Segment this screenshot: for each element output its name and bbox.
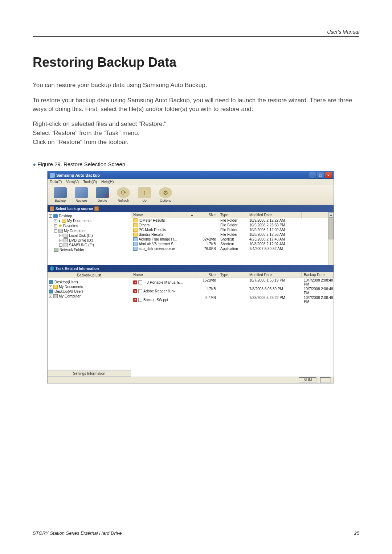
info-icon: i [50,266,54,271]
item-icon [133,228,138,232]
para-1: You can restore your backup data using S… [33,81,359,90]
backed-mycomputer[interactable]: My Computer [59,294,81,298]
expand-icon[interactable]: + [49,295,52,298]
item-icon [133,237,138,241]
footer: STORY Station Series External Hard Drive… [33,528,359,536]
folder-indicator-icon [94,206,99,211]
up-button[interactable]: Up [135,187,154,202]
expand-icon[interactable]: + [59,243,62,247]
col-type[interactable]: Type [218,272,247,278]
refresh-button[interactable]: Refresh [114,187,132,202]
list-item[interactable]: ×Backup SW.ppt8.4MB7/23/2008 5:23:22 PM1… [131,295,334,304]
expand-icon[interactable]: + [49,214,52,218]
status-num: NUM [299,377,317,383]
list-item[interactable]: ×→J Portable Manual E...162Byte10/7/2008… [131,278,334,287]
section-icon [50,206,54,211]
x-icon: × [133,280,137,284]
expand-icon[interactable]: + [54,224,57,227]
list-item[interactable]: PC-Mark ResultsFile Folder10/9/2008 2:12… [131,227,334,232]
scroll-thumb[interactable] [328,218,334,239]
header-right: User's Manual [33,29,359,37]
list-item[interactable]: ×Adobe Reader 8.lnk1.7KB7/8/2008 8:05:39… [131,287,334,295]
tree-localdisk[interactable]: Local Disk (C:) [69,234,93,238]
tree-network[interactable]: Network Folder [60,248,84,252]
backed-tree[interactable]: Desktop(User) +My Documents Desktop(All … [48,278,131,370]
restore-icon [75,187,88,198]
desktop-icon [49,290,53,294]
section-label: Select backup source [56,207,93,211]
expand-icon[interactable]: + [59,234,62,237]
source-tree[interactable]: +Desktop +●My Documents +★Favorites −My … [48,212,131,265]
list-item[interactable]: Sandra ResultsFile Folder10/8/2008 2:12:… [131,232,334,237]
tree-favorites[interactable]: Favorites [63,224,78,228]
backed-up-tab[interactable]: Backed-up List [48,272,131,278]
close-button[interactable]: × [325,172,332,178]
x-icon: × [133,298,137,302]
maximize-button[interactable]: □ [317,172,324,178]
options-icon [159,187,172,198]
sort-icon: ▲ [190,213,194,217]
backed-desktop-user[interactable]: Desktop(User) [54,280,78,284]
source-list[interactable]: Name▲ Size Type Modified Date IOMeter Re… [131,212,334,265]
menubar: Task(F) View(V) Tools(O) Help(H) [48,179,334,185]
col-name[interactable]: Name [131,272,196,278]
tree-samsung[interactable]: SAMSUNG (F:) [69,243,94,247]
titlebar[interactable]: Samsung Auto Backup _ □ × [48,171,334,179]
section2-label: Task-Related Information [56,267,99,271]
col-size[interactable]: Size [196,272,218,278]
drive-icon [64,243,68,247]
expand-icon[interactable]: − [54,229,57,233]
menu-task[interactable]: Task(F) [50,180,62,184]
backed-desktop-all[interactable]: Desktop(All User) [54,290,83,294]
tree-mycomputer[interactable]: My Computer [64,229,86,233]
col-name[interactable]: Name▲ [131,212,196,218]
scrollbar[interactable]: ▲ [328,212,334,265]
refresh-icon [117,187,130,198]
item-icon [133,233,138,237]
menu-help[interactable]: Help(H) [101,180,114,184]
restore-methods: Right-click on selected files and select… [33,120,359,147]
tree-mydocs[interactable]: My Documents [67,219,91,223]
method-1: Right-click on selected files and select… [33,120,359,129]
col-mdate[interactable]: Modified Date [247,212,302,218]
col-type[interactable]: Type [218,212,247,218]
expand-icon[interactable]: + [59,239,62,242]
list-item[interactable]: Acronis True Image H...824ByteShortcut4/… [131,237,334,242]
col-size[interactable]: Size [196,212,218,218]
menu-view[interactable]: View(V) [66,180,79,184]
delete-button[interactable]: Delete [93,187,111,202]
backed-list[interactable]: Name Size Type Modified Date Backup Date… [131,272,334,377]
app-window: Samsung Auto Backup _ □ × Task(F) View(V… [47,171,334,383]
tree-dvd[interactable]: DVD Drive (D:) [69,238,93,242]
up-icon [138,187,151,198]
backup-icon [54,187,67,198]
tree-desktop[interactable]: Desktop [59,214,72,218]
menu-tools[interactable]: Tools(O) [83,180,97,184]
backup-button[interactable]: Backup [51,187,69,202]
item-icon [133,247,138,251]
method-3: Click on "Restore" from the toolbar. [33,138,359,147]
task-info-section: i Task-Related Information [48,265,334,272]
computer-icon [53,294,58,298]
settings-info-tab[interactable]: Settings Information [48,370,131,377]
expand-icon[interactable]: + [49,285,52,288]
footer-left: STORY Station Series External Hard Drive [33,530,122,536]
restore-button[interactable]: Restore [72,187,90,202]
page-title: Restoring Backup Data [33,55,359,70]
col-mdate[interactable]: Modified Date [247,272,302,278]
list-item[interactable]: atto_disk-cmeeras.exe76.0KBApplication7/… [131,246,334,251]
expand-icon[interactable]: + [54,219,57,222]
network-icon [54,248,58,252]
delete-icon [96,187,109,198]
computer-icon [58,229,63,233]
list-item[interactable]: AhnLab V3 Internet S...1.7KBShortcut10/8… [131,242,334,246]
options-button[interactable]: Options [156,187,175,202]
minimize-button[interactable]: _ [309,172,316,178]
backed-mydocs[interactable]: My Documents [59,285,83,289]
method-2: Select "Restore" from the "Task" menu. [33,129,359,138]
status-bar: NUM [48,377,334,383]
scroll-up-icon[interactable]: ▲ [328,212,334,218]
list-item[interactable]: OthersFile Folder10/9/2008 2:25:50 PM [131,223,334,227]
list-item[interactable]: IOMeter ResultsFile Folder10/9/2008 2:12… [131,218,334,223]
col-bdate[interactable]: Backup Date [302,272,334,278]
